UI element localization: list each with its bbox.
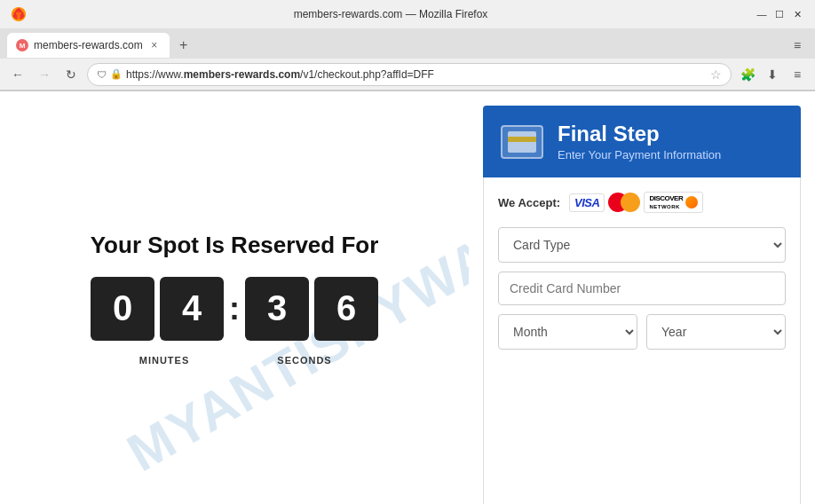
maximize-button[interactable]: ☐ (772, 7, 787, 21)
page-content: MYANTISPYWARE.COM Your Spot Is Reserved … (0, 91, 815, 504)
payment-panel: Final Step Enter Your Payment Informatio… (469, 91, 815, 504)
active-tab[interactable]: M members-rewards.com × (7, 33, 170, 58)
window-controls: — ☐ ✕ (755, 7, 804, 21)
tab-bar: M members-rewards.com × + ≡ (0, 28, 815, 59)
forward-button[interactable]: → (34, 64, 55, 85)
browser-chrome: members-rewards.com — Mozilla Firefox — … (0, 0, 815, 91)
tab-label: members-rewards.com (34, 39, 143, 51)
mastercard-logo (608, 193, 640, 212)
url-bar[interactable]: 🛡 🔒 https://www.members-rewards.com/v1/c… (87, 63, 732, 86)
refresh-button[interactable]: ↻ (60, 64, 82, 85)
month-select[interactable]: Month 01 02 03 04 05 06 07 08 09 10 11 1… (498, 314, 637, 350)
url-text: https://www.members-rewards.com/v1/check… (126, 68, 707, 81)
extensions-button[interactable]: 🧩 (737, 64, 758, 85)
address-bar: ← → ↻ 🛡 🔒 https://www.members-rewards.co… (0, 59, 815, 91)
new-tab-button[interactable]: + (173, 35, 194, 56)
bookmark-star-icon[interactable]: ☆ (710, 67, 722, 82)
discover-logo: DISCOVERNETWORK (644, 192, 703, 213)
seconds-tens-digit: 3 (245, 277, 309, 341)
credit-card-graphic (508, 131, 536, 153)
credit-card-number-input[interactable] (498, 272, 786, 305)
downloads-button[interactable]: ⬇ (762, 64, 783, 85)
firefox-icon (11, 6, 27, 22)
menu-button[interactable]: ≡ (787, 64, 808, 85)
left-section: Your Spot Is Reserved For 0 4 : 3 6 MINU… (0, 91, 469, 504)
payment-body: We Accept: VISA DISCOVERNETWORK (483, 177, 801, 504)
card-stripe (508, 137, 536, 142)
toolbar-icons: 🧩 ⬇ ≡ (737, 64, 808, 85)
minutes-label: MINUTES (97, 355, 232, 366)
tab-favicon: M (16, 39, 28, 51)
accept-label: We Accept: (498, 196, 560, 209)
minutes-tens-digit: 0 (91, 277, 154, 341)
seconds-label: SECONDS (237, 355, 372, 366)
discover-dot (685, 196, 698, 209)
payment-header: Final Step Enter Your Payment Informatio… (483, 106, 801, 177)
lock-icon: 🔒 (110, 68, 123, 80)
credit-card-icon (501, 125, 543, 159)
payment-subtitle: Enter Your Payment Information (558, 148, 783, 161)
payment-title: Final Step (558, 122, 783, 146)
minutes-ones-digit: 4 (160, 277, 224, 341)
tab-close-button[interactable]: × (148, 39, 161, 51)
card-type-select[interactable]: Card Type Visa MasterCard Discover (498, 227, 786, 263)
countdown-labels: MINUTES SECONDS (97, 355, 372, 366)
close-button[interactable]: ✕ (790, 7, 804, 21)
expiry-row: Month 01 02 03 04 05 06 07 08 09 10 11 1… (498, 314, 786, 358)
countdown-timer: 0 4 : 3 6 (91, 277, 378, 341)
discover-text: DISCOVERNETWORK (649, 194, 683, 210)
shield-icon: 🛡 (97, 69, 107, 80)
accept-row: We Accept: VISA DISCOVERNETWORK (498, 192, 786, 213)
reserved-heading: Your Spot Is Reserved For (91, 232, 379, 259)
back-button[interactable]: ← (7, 64, 28, 85)
minimize-button[interactable]: — (755, 7, 769, 21)
title-bar: members-rewards.com — Mozilla Firefox — … (0, 0, 815, 28)
seconds-ones-digit: 6 (314, 277, 378, 341)
year-select[interactable]: Year 2024 2025 2026 2027 2028 2029 2030 (646, 314, 786, 350)
mc-orange-circle (621, 193, 640, 212)
payment-title-group: Final Step Enter Your Payment Informatio… (558, 122, 783, 161)
countdown-colon: : (229, 290, 240, 327)
browser-title: members-rewards.com — Mozilla Firefox (27, 8, 755, 20)
tab-menu-button[interactable]: ≡ (787, 35, 808, 56)
visa-logo: VISA (569, 193, 605, 212)
card-logos: VISA DISCOVERNETWORK (569, 192, 703, 213)
